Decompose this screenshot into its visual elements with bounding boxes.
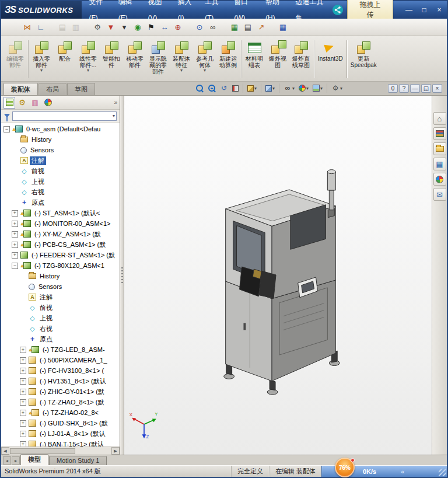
- tree-expand-toggle[interactable]: +: [20, 420, 26, 427]
- tree-item-label[interactable]: (-) MONITOR-00_ASM<1>: [33, 220, 113, 227]
- machine-model[interactable]: [124, 96, 432, 455]
- tree-expand-toggle[interactable]: +: [12, 252, 18, 259]
- hide-show-items-icon[interactable]: ∞▾: [282, 82, 296, 94]
- upload-progress-circle[interactable]: 76%: [335, 458, 355, 477]
- tree-item-label[interactable]: History: [38, 273, 61, 280]
- tree-item-label[interactable]: 0-wc_asm (Default<Defau: [24, 125, 102, 132]
- tree-item[interactable]: +▲(-) XY-MZ_ASM<1> (默: [1, 229, 120, 239]
- featuremanager-tab-icon[interactable]: [4, 97, 15, 109]
- tree-item-label[interactable]: (-) PCB-CS_ASM<1> (默: [33, 240, 107, 249]
- doc-minimize-button[interactable]: —: [410, 84, 420, 93]
- instant3d-button[interactable]: Instant3D: [316, 37, 345, 81]
- zoom-fit-icon[interactable]: [194, 82, 205, 94]
- doc-button-zero[interactable]: 0: [388, 84, 398, 93]
- edit-appearance-icon[interactable]: ▾: [297, 82, 310, 94]
- bom-button[interactable]: 材料明 细表: [243, 37, 266, 81]
- design-checker-icon[interactable]: ▦: [276, 21, 289, 34]
- tree-expand-toggle[interactable]: +: [20, 378, 26, 385]
- tree-item-label[interactable]: 上视: [30, 177, 46, 186]
- tree-item-label[interactable]: (-) TZ-ZHAO-02_8<: [41, 409, 100, 416]
- update-speedpak-button[interactable]: 更新 Speedpak: [348, 37, 379, 81]
- display-style-icon[interactable]: ▾: [264, 82, 276, 94]
- previous-view-icon[interactable]: ↺: [218, 82, 230, 94]
- tree-item-label[interactable]: 右视: [30, 188, 46, 197]
- tree-item[interactable]: History: [1, 134, 120, 145]
- sketch-corner-icon[interactable]: ∟: [34, 21, 47, 34]
- tree-expand-toggle[interactable]: +: [20, 357, 26, 364]
- show-hidden-components-button[interactable]: 显示隐 藏的零 部件: [146, 37, 170, 81]
- excel-table-icon[interactable]: ▦: [228, 21, 241, 34]
- tab-scroll-left-icon[interactable]: ◂: [3, 456, 11, 465]
- tree-expand-toggle[interactable]: +: [20, 410, 26, 416]
- tree-item-label[interactable]: 上视: [38, 314, 54, 323]
- dropdown-arrow-icon[interactable]: ▾: [118, 21, 131, 34]
- maximize-button[interactable]: □: [416, 4, 432, 16]
- resize-grip[interactable]: [439, 469, 446, 476]
- tree-item[interactable]: +▲(-) MONITOR-00_ASM<1>: [1, 218, 120, 229]
- tab-layout[interactable]: 布局: [38, 83, 66, 95]
- tab-motion-study[interactable]: Motion Study 1: [49, 456, 107, 465]
- tree-item-label[interactable]: (-) 500PIXCAMERA_1_: [38, 357, 109, 364]
- propertymanager-tab-icon[interactable]: ⚙: [16, 97, 28, 109]
- tree-item[interactable]: +(-) LJ-01-A_8<1> (默认: [1, 428, 120, 439]
- tree-expand-toggle[interactable]: +: [20, 368, 26, 374]
- explode-line-sketch-button[interactable]: 爆炸直 线草图: [289, 37, 313, 81]
- doc-button-help[interactable]: ?: [399, 84, 409, 93]
- scroll-right-arrow-icon[interactable]: ▶: [111, 447, 120, 455]
- print-drawing-icon[interactable]: ▤: [242, 21, 254, 34]
- tree-item[interactable]: +(-) HV1351_8<1> (默认: [1, 376, 120, 386]
- tree-expand-toggle[interactable]: +: [20, 441, 26, 447]
- tree-item[interactable]: +▲(-) PCB-CS_ASM<1> (默: [1, 239, 120, 250]
- appearances-icon[interactable]: [433, 173, 446, 186]
- tree-item-label[interactable]: Sensors: [29, 146, 55, 153]
- tree-item[interactable]: History: [1, 271, 120, 281]
- zoom-icon[interactable]: ⊙: [193, 21, 206, 34]
- filter-field[interactable]: ▾: [12, 111, 117, 121]
- filter-funnel-icon[interactable]: [4, 114, 10, 118]
- tab-model[interactable]: 模型: [20, 454, 48, 465]
- status-edit-state[interactable]: 在编辑 装配体: [269, 466, 321, 477]
- tree-item-label[interactable]: 原点: [38, 335, 54, 344]
- tree-item-label[interactable]: (-) ST_ASM<1> (默认<: [33, 209, 102, 218]
- tree-item-label[interactable]: (-) TZ-ZHAO_8<1> (默: [38, 398, 106, 407]
- tree-item-label[interactable]: (-) LJ-01-A_8<1> (默认: [38, 430, 107, 438]
- tree-expand-toggle[interactable]: −: [12, 263, 18, 269]
- mate-button[interactable]: 配合: [53, 37, 76, 81]
- tree-item[interactable]: +(-) TZ-ZHAO_8<1> (默: [1, 397, 120, 407]
- tree-item-label[interactable]: (-) FC-HV3100_8<1> (: [38, 367, 106, 374]
- tree-item[interactable]: +▲(-) TZG-LED_8_ASM-: [1, 344, 120, 355]
- panel-header-more-chevron[interactable]: »: [114, 99, 117, 106]
- filter-icon[interactable]: ▼: [104, 21, 117, 34]
- tree-item[interactable]: +原点: [1, 334, 120, 344]
- tree-expand-toggle[interactable]: +: [20, 431, 26, 437]
- view-settings-icon[interactable]: ⚙▾: [330, 82, 344, 94]
- location-pin-icon[interactable]: ◉: [131, 21, 144, 34]
- assembly-features-button[interactable]: 装配体 特征▾: [170, 37, 193, 81]
- graphics-viewport[interactable]: X Y Z: [124, 96, 432, 455]
- tree-item[interactable]: +▲(-) ST_ASM<1> (默认<: [1, 208, 120, 218]
- tree-item[interactable]: ◇上视: [1, 313, 120, 323]
- tree-expand-toggle[interactable]: +: [12, 210, 18, 217]
- tree-expand-toggle[interactable]: +: [20, 389, 26, 395]
- tree-expand-toggle[interactable]: +: [20, 347, 26, 353]
- tree-item-label[interactable]: History: [30, 136, 53, 143]
- tree-item[interactable]: +(-) GUID-SHX_8<1> (默: [1, 418, 120, 428]
- filter-dropdown-arrow-icon[interactable]: ▾: [113, 113, 115, 118]
- tree-item-label[interactable]: 前视: [38, 303, 54, 312]
- zoom-area-icon[interactable]: +: [206, 82, 218, 94]
- close-button[interactable]: ×: [432, 4, 447, 16]
- tab-scroll-right-icon[interactable]: ▸: [12, 456, 20, 465]
- tree-item-label[interactable]: (-) TZG-80X120_ASM<1: [33, 262, 106, 269]
- configurationmanager-tab-icon[interactable]: ▥: [29, 97, 41, 109]
- tree-item[interactable]: +(-) FC-HV3100_8<1> (: [1, 365, 120, 376]
- minimize-button[interactable]: —: [401, 4, 416, 16]
- tree-item[interactable]: +▲(-) TZ-ZHAO-02_8<: [1, 407, 120, 418]
- move-component-button[interactable]: 移动零 部件: [123, 37, 146, 81]
- tree-item-label[interactable]: (-) HV1351_8<1> (默认: [38, 377, 108, 386]
- tree-expand-toggle[interactable]: +: [12, 242, 18, 248]
- tree-item[interactable]: Sensors: [1, 281, 120, 292]
- tree-item[interactable]: +(-) ZHIC-GY-01<1> (默: [1, 386, 120, 397]
- tree-item[interactable]: ◇前视: [1, 166, 120, 176]
- linear-pattern-button[interactable]: 线性零 部件...▾: [76, 37, 100, 81]
- view-orientation-icon[interactable]: ▾: [246, 82, 258, 94]
